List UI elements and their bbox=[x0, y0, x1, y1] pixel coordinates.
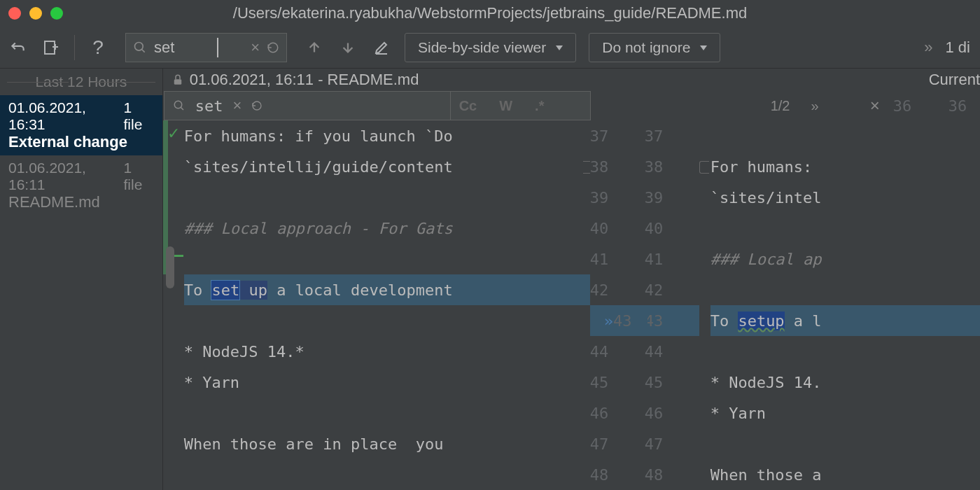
viewer-mode-label: Side-by-side viewer bbox=[418, 39, 546, 56]
code-line[interactable]: `sites/intellij/guide/content bbox=[184, 151, 590, 182]
left-gutter: 373839404142» 434445464748 bbox=[590, 120, 645, 490]
line-number: 43 bbox=[645, 305, 699, 336]
find-in-file[interactable]: set × bbox=[164, 91, 451, 120]
svg-point-3 bbox=[135, 42, 144, 50]
history-search-field[interactable] bbox=[154, 38, 210, 57]
search-icon bbox=[133, 41, 147, 55]
find-more-icon[interactable]: » bbox=[811, 98, 818, 114]
right-editor-pane[interactable]: For humans: `sites/intel### Local apTo s… bbox=[702, 120, 980, 490]
line-number: 39 bbox=[645, 182, 699, 213]
code-line[interactable] bbox=[710, 274, 980, 305]
entry-timestamp: 01.06.2021, 16:11 bbox=[8, 160, 124, 193]
entry-title: README.md bbox=[8, 193, 154, 211]
code-line[interactable] bbox=[184, 398, 590, 428]
titlebar: /Users/ekaterina.ryabukha/WebstormProjec… bbox=[0, 0, 980, 27]
viewer-mode-dropdown[interactable]: Side-by-side viewer bbox=[405, 33, 576, 62]
fold-marker-icon[interactable] bbox=[699, 161, 709, 174]
entry-timestamp: 01.06.2021, 16:31 bbox=[8, 99, 124, 133]
line-number: 42 bbox=[645, 274, 699, 305]
prev-diff-button[interactable] bbox=[304, 37, 325, 58]
right-pane-title: Current bbox=[922, 71, 980, 89]
history-entry[interactable]: 01.06.2021, 16:311 fileExternal change bbox=[0, 95, 162, 155]
diff-count-label: 1 di bbox=[946, 38, 970, 57]
more-actions-chevron[interactable]: » bbox=[924, 38, 932, 57]
find-options: Cc W .* bbox=[451, 91, 591, 120]
history-sidebar: Last 12 Hours 01.06.2021, 16:311 fileExt… bbox=[0, 69, 163, 490]
diff-settings-button[interactable] bbox=[41, 37, 62, 58]
code-line[interactable]: * Yarn bbox=[184, 367, 590, 398]
code-line[interactable] bbox=[710, 120, 980, 151]
find-value: set bbox=[195, 97, 223, 115]
line-number: 46 bbox=[645, 398, 699, 428]
ignore-mode-dropdown[interactable]: Do not ignore bbox=[589, 33, 720, 62]
line-number: 39 bbox=[590, 182, 648, 213]
chevron-down-icon bbox=[700, 46, 707, 50]
match-case-toggle[interactable]: Cc bbox=[459, 98, 477, 114]
line-number: 48 bbox=[645, 459, 699, 490]
line-number: 44 bbox=[590, 336, 648, 367]
code-line[interactable]: To setup a l bbox=[710, 305, 980, 336]
chevron-down-icon bbox=[556, 46, 563, 50]
merge-arrow-icon[interactable]: » bbox=[604, 312, 613, 330]
line-number: 40 bbox=[645, 213, 699, 244]
window-title: /Users/ekaterina.ryabukha/WebstormProjec… bbox=[233, 4, 747, 22]
code-line[interactable]: ### Local approach - For Gats bbox=[184, 213, 590, 244]
line-number: 37 bbox=[590, 120, 648, 151]
code-line[interactable]: `sites/intel bbox=[710, 182, 980, 213]
help-button[interactable]: ? bbox=[88, 37, 108, 58]
entry-title: External change bbox=[8, 133, 154, 151]
line-number: 42 bbox=[590, 274, 648, 305]
left-editor-pane[interactable]: ✓ For humans: if you launch `Do`sites/in… bbox=[163, 120, 590, 490]
svg-line-4 bbox=[142, 49, 145, 52]
code-line[interactable]: When those are in place you bbox=[184, 428, 590, 459]
close-find-icon[interactable]: × bbox=[870, 96, 880, 115]
code-line[interactable]: * NodeJS 14. bbox=[710, 367, 980, 398]
line-number: 41 bbox=[590, 244, 648, 274]
code-line[interactable]: * Yarn bbox=[710, 398, 980, 428]
next-diff-button[interactable] bbox=[337, 37, 358, 58]
right-gutter: 373839404142434445464748 bbox=[645, 120, 702, 490]
code-line[interactable]: To set up a local development bbox=[184, 274, 590, 305]
line-number: 37 bbox=[645, 120, 699, 151]
code-line[interactable]: For humans: bbox=[710, 151, 980, 182]
line-number: 46 bbox=[590, 398, 648, 428]
whole-word-toggle[interactable]: W bbox=[499, 98, 512, 114]
search-icon bbox=[173, 99, 186, 112]
code-line[interactable] bbox=[184, 244, 590, 274]
history-entry[interactable]: 01.06.2021, 16:111 fileREADME.md bbox=[0, 155, 162, 216]
divider bbox=[74, 35, 75, 60]
gutter-line: 36 bbox=[893, 91, 951, 120]
entry-filecount: 1 file bbox=[124, 99, 154, 133]
code-line[interactable] bbox=[710, 336, 980, 367]
edit-source-button[interactable] bbox=[371, 37, 392, 58]
close-window-icon[interactable] bbox=[8, 7, 21, 20]
ignore-mode-label: Do not ignore bbox=[602, 39, 690, 56]
left-pane-title: 01.06.2021, 16:11 - README.md bbox=[190, 71, 419, 89]
gutter-line: 36 bbox=[948, 91, 980, 120]
code-line[interactable] bbox=[184, 305, 590, 336]
code-line[interactable]: * NodeJS 14.* bbox=[184, 336, 590, 367]
clear-find-icon[interactable]: × bbox=[232, 97, 241, 115]
search-history-icon[interactable] bbox=[267, 41, 279, 54]
code-line[interactable] bbox=[710, 428, 980, 459]
line-number: 47 bbox=[645, 428, 699, 459]
line-number: 38 bbox=[590, 151, 648, 182]
code-line[interactable]: For humans: if you launch `Do bbox=[184, 120, 590, 151]
code-line[interactable]: ### Local ap bbox=[710, 244, 980, 274]
code-line[interactable] bbox=[710, 213, 980, 244]
back-button[interactable] bbox=[7, 37, 28, 58]
maximize-window-icon[interactable] bbox=[50, 7, 63, 20]
traffic-lights bbox=[8, 7, 63, 20]
code-line[interactable] bbox=[184, 182, 590, 213]
line-number: 38 bbox=[645, 151, 699, 182]
caret bbox=[217, 38, 218, 57]
svg-rect-6 bbox=[174, 79, 181, 85]
regex-toggle[interactable]: .* bbox=[535, 98, 544, 114]
find-history-icon[interactable] bbox=[251, 100, 262, 111]
clear-search-icon[interactable]: × bbox=[251, 38, 260, 57]
code-line[interactable]: When those a bbox=[710, 459, 980, 490]
history-search-input[interactable]: × bbox=[125, 33, 287, 62]
line-number: » 43 bbox=[590, 305, 648, 336]
find-result-count: 1/2 bbox=[771, 98, 790, 114]
minimize-window-icon[interactable] bbox=[29, 7, 42, 20]
